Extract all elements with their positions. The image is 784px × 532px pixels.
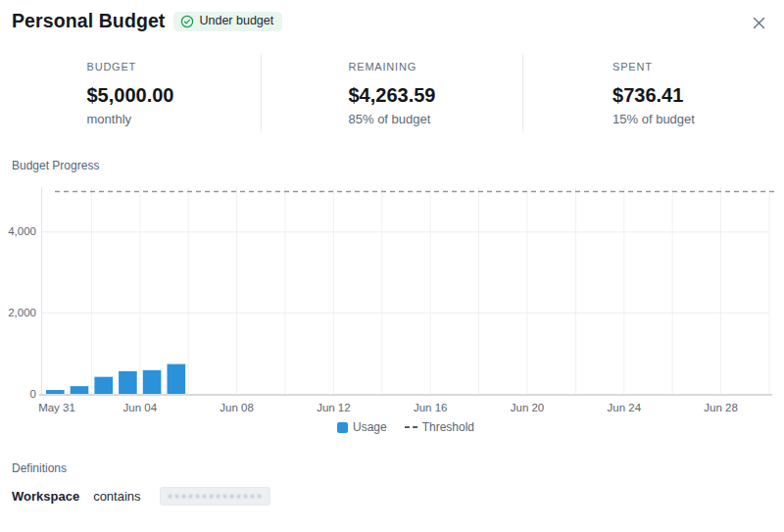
stat-remaining-sub: 85% of budget (349, 112, 436, 126)
svg-text:Jun 12: Jun 12 (317, 402, 351, 413)
stat-remaining-label: REMAINING (349, 61, 436, 73)
svg-text:Jun 08: Jun 08 (220, 402, 254, 413)
svg-text:Jun 24: Jun 24 (608, 402, 642, 413)
svg-text:2,000: 2,000 (8, 307, 36, 318)
stat-remaining-value: $4,263.59 (349, 84, 436, 107)
close-icon (752, 16, 766, 30)
panel-header: Personal Budget Under budget (12, 10, 282, 32)
status-badge: Under budget (173, 12, 282, 31)
stat-budget-label: BUDGET (87, 61, 174, 73)
svg-text:0: 0 (30, 388, 36, 400)
stats-row: BUDGET $5,000.00 monthly REMAINING $4,26… (0, 53, 784, 131)
svg-text:Jun 28: Jun 28 (704, 402, 738, 413)
close-button[interactable] (748, 12, 769, 33)
svg-text:4,000: 4,000 (8, 225, 36, 237)
definitions-section-title: Definitions (12, 461, 67, 475)
threshold-dash-icon (405, 426, 417, 428)
page-title: Personal Budget (12, 10, 165, 32)
definition-operator: contains (93, 489, 140, 504)
svg-text:Jun 04: Jun 04 (123, 402, 158, 413)
stat-budget-value: $5,000.00 (87, 84, 174, 107)
usage-swatch-icon (337, 422, 348, 433)
legend-usage-label: Usage (353, 420, 387, 434)
stat-budget-sub: monthly (87, 112, 174, 126)
svg-text:May 31: May 31 (38, 402, 75, 413)
stat-spent-label: SPENT (612, 61, 695, 73)
stat-remaining: REMAINING $4,263.59 85% of budget (261, 53, 522, 131)
svg-text:Jun 20: Jun 20 (511, 402, 545, 413)
svg-text:Jun 16: Jun 16 (414, 402, 448, 413)
stat-spent-sub: 15% of budget (612, 112, 695, 126)
stat-spent: SPENT $736.41 15% of budget (522, 53, 784, 131)
status-badge-label: Under budget (199, 15, 273, 27)
budget-panel: Personal Budget Under budget BUDGET $5,0… (0, 0, 784, 532)
definition-row: Workspace contains (12, 487, 270, 506)
definition-term: Workspace (12, 489, 79, 504)
legend-threshold-label: Threshold (422, 420, 474, 434)
legend-item-usage[interactable]: Usage (337, 420, 387, 434)
chart-legend: Usage Threshold (42, 420, 769, 434)
stat-budget: BUDGET $5,000.00 monthly (0, 53, 261, 131)
check-circle-icon (180, 15, 194, 28)
definition-value-redacted (160, 487, 270, 506)
budget-progress-chart: 02,0004,000May 31Jun 04Jun 08Jun 12Jun 1… (0, 179, 784, 419)
stat-spent-value: $736.41 (612, 84, 695, 107)
legend-item-threshold[interactable]: Threshold (405, 420, 474, 434)
chart-section-title: Budget Progress (12, 159, 99, 172)
